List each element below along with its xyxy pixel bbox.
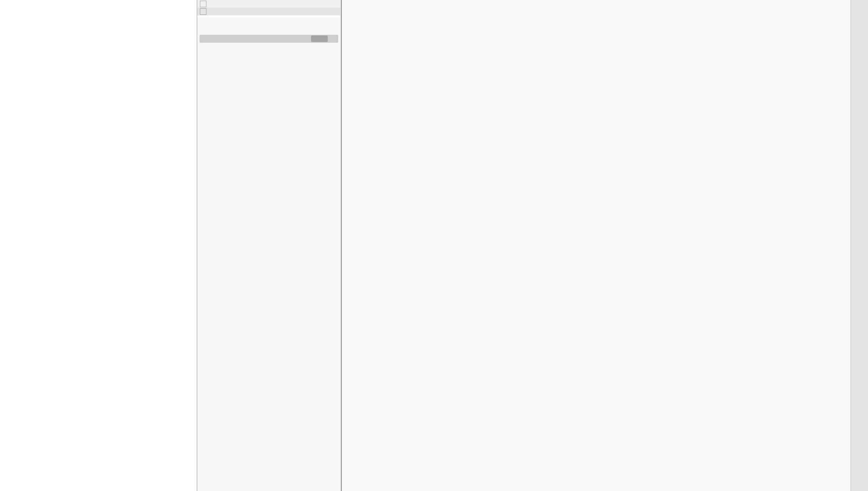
vcd-viewer-window — [0, 0, 868, 491]
right-toolbar — [851, 0, 868, 491]
signals-panel — [197, 0, 340, 491]
wave-panel[interactable] — [341, 0, 852, 491]
cursor-a-swatch — [200, 8, 206, 15]
module-header[interactable] — [200, 19, 204, 33]
divider — [197, 16, 340, 17]
cursor-b-swatch — [200, 1, 206, 7]
cursor-row-b[interactable] — [197, 0, 340, 8]
signals-hscrollbar-thumb[interactable] — [311, 35, 328, 42]
signals-hscrollbar[interactable] — [200, 35, 338, 43]
cursor-row-a[interactable] — [197, 8, 340, 15]
graph-panel — [0, 0, 197, 491]
